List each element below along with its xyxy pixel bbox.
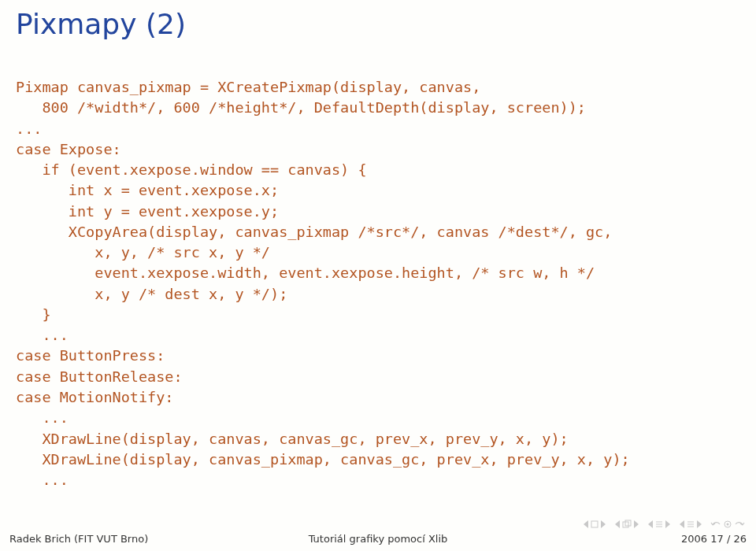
nav-frame-group[interactable] [679, 520, 702, 528]
triangle-right-icon [665, 520, 671, 528]
code-block: Pixmap canvas_pixmap = XCreatePixmap(dis… [16, 77, 740, 490]
nav-section-group[interactable] [614, 520, 639, 529]
bars-icon [687, 520, 695, 528]
svg-point-10 [727, 523, 729, 526]
triangle-right-icon [633, 520, 639, 528]
footer-page: 2006 17 / 26 [501, 533, 747, 545]
triangle-left-icon [679, 520, 685, 528]
triangle-left-icon [647, 520, 654, 528]
triangle-right-icon [696, 520, 702, 528]
nav-back-forward-group[interactable] [710, 520, 745, 529]
nav-first-group[interactable] [583, 520, 606, 528]
footer: Radek Brich (FIT VUT Brno) Tutoriál graf… [0, 529, 756, 551]
svg-rect-0 [591, 521, 598, 527]
footer-author: Radek Brich (FIT VUT Brno) [9, 533, 255, 545]
redo-icon [734, 520, 745, 529]
slide-title: Pixmapy (2) [16, 8, 186, 40]
slide: Pixmapy (2) Pixmap canvas_pixmap = XCrea… [0, 0, 756, 551]
triangle-left-icon [614, 520, 621, 528]
square-icon [591, 520, 598, 528]
triangle-left-icon [583, 520, 589, 528]
double-square-icon [622, 520, 632, 529]
nav-controls [583, 520, 745, 529]
triangle-right-icon [600, 520, 606, 528]
bars-icon [655, 520, 663, 528]
nav-subsection-group[interactable] [647, 520, 671, 528]
undo-icon [710, 520, 721, 529]
footer-title: Tutoriál grafiky pomocí Xlib [255, 533, 501, 545]
target-icon [723, 520, 732, 529]
